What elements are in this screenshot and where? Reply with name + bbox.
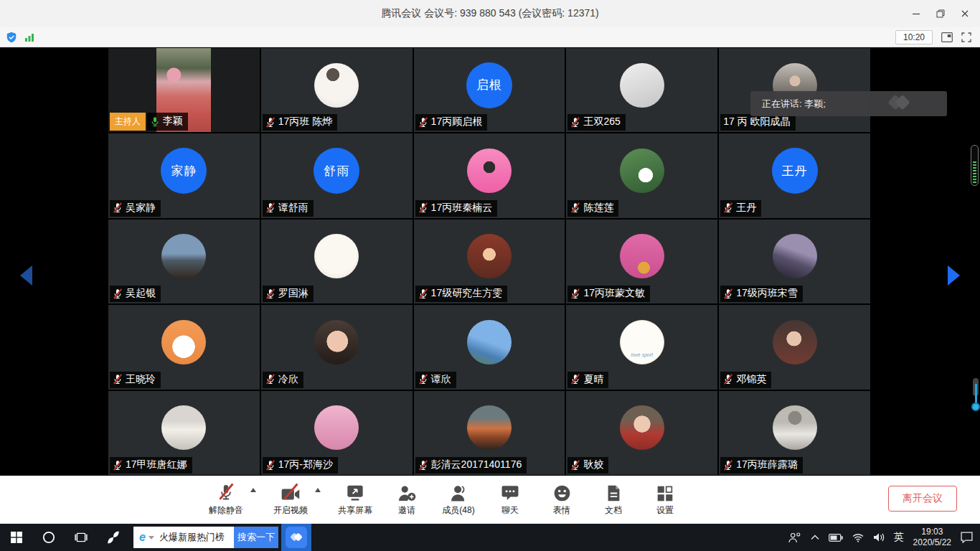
avatar-initials: 舒雨	[324, 163, 349, 179]
scrollbar-handle[interactable]	[971, 378, 980, 414]
members-button[interactable]: 成员(48)	[441, 483, 476, 517]
start-button[interactable]	[0, 524, 32, 551]
participant-nameplate: 王丹	[720, 200, 761, 217]
muted-mic-icon	[265, 202, 275, 213]
invite-person-icon	[398, 483, 416, 501]
leave-meeting-button[interactable]: 离开会议	[888, 486, 957, 512]
chat-button[interactable]: 聊天	[493, 483, 527, 517]
participant-name: 罗国淋	[278, 287, 308, 300]
share-screen-icon	[347, 483, 364, 501]
participant-tile[interactable]: love sport 夏晴	[566, 305, 717, 389]
browser-search-box[interactable]: e 火爆新服热门榜 搜索一下	[133, 527, 278, 548]
participant-tile[interactable]: 17丙班蒙文敏	[566, 220, 717, 303]
taskbar-clock[interactable]: 19:03 2020/5/22	[913, 527, 951, 548]
system-tray: 英 19:03 2020/5/22	[788, 524, 980, 551]
participant-tile[interactable]: 17 丙 欧阳成晶	[719, 48, 870, 132]
participant-tile[interactable]: 17甲班唐红娜	[108, 391, 260, 475]
participant-name: 谭欣	[431, 373, 451, 386]
participant-tile[interactable]: 17丙-郑海沙	[261, 391, 413, 475]
docs-label: 文档	[605, 504, 622, 517]
participant-tile[interactable]: 耿姣	[566, 391, 717, 475]
avatar	[314, 234, 359, 278]
participant-tile[interactable]: 17丙班薛露璐	[719, 391, 870, 475]
taskbar-tencent-meeting-button[interactable]	[281, 524, 311, 551]
chat-label: 聊天	[501, 504, 519, 517]
invite-button[interactable]: 邀请	[390, 483, 424, 517]
input-language-indicator[interactable]: 英	[894, 531, 904, 544]
wifi-icon[interactable]	[852, 533, 864, 542]
participant-tile[interactable]: 17丙班 陈烨	[261, 48, 413, 132]
people-tray-icon[interactable]	[788, 532, 801, 543]
participant-tile[interactable]: 启根 17丙顾启根	[414, 48, 565, 132]
avatar	[161, 405, 206, 450]
participant-name: 冷欣	[278, 373, 298, 386]
security-shield-icon[interactable]	[6, 32, 17, 43]
meeting-toolbar: 解除静音 开启视频 共享屏幕 邀请 成员(48) 聊天	[0, 476, 980, 524]
muted-mic-icon	[418, 374, 428, 385]
participant-tile[interactable]: 舒雨 谭舒雨	[261, 133, 413, 217]
participant-tile-host[interactable]: 主持人 李颖	[108, 48, 260, 132]
avatar	[314, 320, 359, 364]
battery-icon[interactable]	[829, 534, 843, 542]
participant-tile[interactable]: 邓锦英	[719, 305, 870, 389]
avatar-doodle-text: love sport	[621, 352, 664, 357]
participant-tile[interactable]: 17丙班秦楠云	[414, 133, 565, 217]
participant-tile[interactable]: 17级丙班宋雪	[719, 220, 870, 303]
participant-tile[interactable]: 家静 吴家静	[108, 133, 260, 217]
muted-mic-icon	[418, 288, 428, 299]
participant-nameplate: 17丙-郑海沙	[263, 457, 338, 474]
muted-mic-icon	[418, 202, 428, 213]
participant-nameplate: 17丙班蒙文敏	[567, 286, 650, 302]
participant-tile[interactable]: 王丹 王丹	[719, 133, 870, 217]
avatar: love sport	[620, 320, 664, 364]
muted-mic-icon	[570, 288, 580, 299]
minimize-button[interactable]	[904, 0, 928, 27]
close-button[interactable]	[953, 0, 977, 27]
participant-tile[interactable]: 彭清云20171401176	[414, 391, 565, 475]
smiley-icon	[554, 483, 570, 501]
task-view-button[interactable]	[65, 524, 97, 551]
fullscreen-icon[interactable]	[961, 32, 971, 42]
muted-mic-icon	[113, 202, 123, 213]
participant-nameplate: 谭舒雨	[263, 200, 314, 217]
search-dropdown-caret-icon[interactable]	[149, 536, 154, 540]
search-go-button[interactable]: 搜索一下	[234, 527, 278, 548]
share-screen-button[interactable]: 共享屏幕	[338, 483, 372, 517]
action-center-icon[interactable]	[961, 532, 973, 543]
participant-tile[interactable]: 王晓玲	[108, 305, 260, 389]
avatar	[620, 234, 664, 278]
unmute-button[interactable]: 解除静音	[209, 483, 243, 517]
muted-mic-icon	[723, 460, 733, 471]
settings-button[interactable]: 设置	[648, 483, 682, 517]
muted-mic-icon	[723, 288, 733, 299]
docs-button[interactable]: 文档	[596, 483, 631, 517]
cortana-button[interactable]	[32, 524, 65, 551]
participant-tile[interactable]: 17级研究生方雯	[414, 220, 565, 303]
participant-nameplate: 17级丙班宋雪	[720, 286, 803, 302]
participant-tile[interactable]: 吴起银	[108, 220, 260, 303]
prev-page-arrow[interactable]	[20, 265, 32, 286]
muted-mic-icon	[570, 374, 580, 385]
participant-tile[interactable]: 冷欣	[261, 305, 413, 389]
restore-button[interactable]	[928, 0, 953, 27]
participant-tile[interactable]: 罗国淋	[261, 220, 413, 303]
speaker-icon[interactable]	[873, 532, 885, 542]
layout-switch-icon[interactable]	[941, 32, 953, 42]
video-options-caret-icon[interactable]	[315, 488, 321, 492]
host-badge: 主持人	[110, 113, 146, 131]
settings-label: 设置	[656, 504, 674, 517]
participant-tile[interactable]: 谭欣	[414, 305, 565, 389]
participant-tile[interactable]: 陈莲莲	[566, 133, 717, 217]
start-video-button[interactable]: 开启视频	[273, 483, 308, 517]
audio-options-caret-icon[interactable]	[250, 488, 256, 492]
participant-tile[interactable]: 王双265	[566, 48, 717, 132]
pinned-app-button[interactable]	[97, 524, 129, 551]
next-page-arrow[interactable]	[948, 265, 960, 286]
network-signal-icon[interactable]	[24, 32, 34, 42]
participant-nameplate: 吴家静	[110, 200, 161, 217]
participant-nameplate: 邓锦英	[720, 372, 771, 388]
participant-nameplate: 陈莲莲	[567, 200, 618, 217]
avatar	[161, 320, 206, 364]
emoji-button[interactable]: 表情	[545, 483, 579, 517]
hidden-icons-chevron-icon[interactable]	[811, 534, 819, 540]
